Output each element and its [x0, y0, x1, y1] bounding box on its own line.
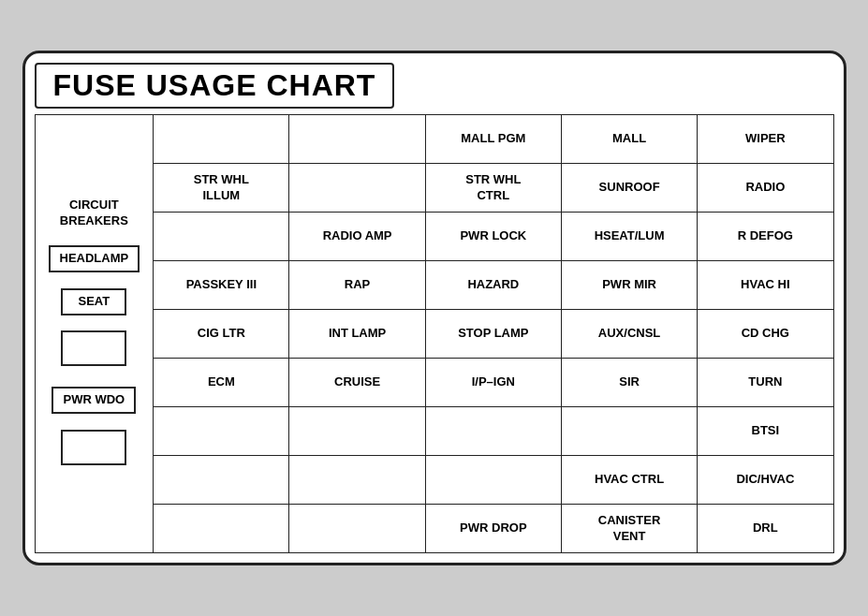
table-row: STR WHLILLUM STR WHLCTRL SUNROOF RADIO: [35, 164, 833, 213]
cell-r9-c4: PWR DROP: [425, 505, 561, 553]
cell-r8-c4: [425, 456, 561, 505]
cell-r7-c6: BTSI: [698, 407, 833, 456]
table-row: HVAC CTRL DIC/HVAC: [35, 456, 833, 505]
cell-r6-c6: TURN: [698, 359, 833, 407]
table-row: CIG LTR INT LAMP STOP LAMP AUX/CNSL CD C…: [35, 310, 833, 359]
cell-r1-c5: MALL: [561, 115, 697, 164]
table-row: PASSKEY III RAP HAZARD PWR MIR HVAC HI: [35, 261, 833, 310]
cell-r6-c2: ECM: [154, 359, 289, 407]
cell-r2-c4: STR WHLCTRL: [425, 164, 561, 213]
cell-r5-c4: STOP LAMP: [425, 310, 561, 359]
chart-title: FUSE USAGE CHART: [35, 63, 395, 109]
cell-r9-c2: [154, 505, 289, 553]
table-row: PWR DROP CANISTERVENT DRL: [35, 505, 833, 553]
cell-r4-c3: RAP: [289, 261, 425, 310]
cell-r1-c3: [289, 115, 425, 164]
cell-r5-c3: INT LAMP: [289, 310, 425, 359]
cell-r4-c4: HAZARD: [425, 261, 561, 310]
cell-r3-c5: HSEAT/LUM: [561, 213, 697, 261]
cb-title: CIRCUITBREAKERS: [38, 198, 151, 229]
cell-r1-c6: WIPER: [698, 115, 833, 164]
cell-r8-c6: DIC/HVAC: [698, 456, 833, 505]
cell-r9-c3: [289, 505, 425, 553]
cb-headlamp: HEADLAMP: [49, 245, 140, 272]
fuse-table: CIRCUITBREAKERS HEADLAMP SEAT PWR WDO MA…: [35, 114, 834, 553]
cell-r3-c6: R DEFOG: [698, 213, 833, 261]
cb-empty2: [61, 430, 126, 465]
chart-container: FUSE USAGE CHART CIRCUITBREAKERS HEADLAM…: [22, 51, 846, 565]
cell-r3-c4: PWR LOCK: [425, 213, 561, 261]
cell-r4-c5: PWR MIR: [561, 261, 697, 310]
table-row: ECM CRUISE I/P–IGN SIR TURN: [35, 359, 833, 407]
cell-r2-c6: RADIO: [698, 164, 833, 213]
cell-r5-c2: CIG LTR: [154, 310, 289, 359]
cell-r2-c3: [289, 164, 425, 213]
cb-empty1: [61, 330, 126, 366]
cell-r5-c6: CD CHG: [698, 310, 833, 359]
cell-r1-c4: MALL PGM: [425, 115, 561, 164]
cb-column: CIRCUITBREAKERS HEADLAMP SEAT PWR WDO: [35, 115, 154, 553]
cell-r6-c5: SIR: [561, 359, 697, 407]
cell-r7-c3: [289, 407, 425, 456]
cell-r8-c3: [289, 456, 425, 505]
table-row: CIRCUITBREAKERS HEADLAMP SEAT PWR WDO MA…: [35, 115, 833, 164]
cell-r5-c5: AUX/CNSL: [561, 310, 697, 359]
cell-r6-c3: CRUISE: [289, 359, 425, 407]
cell-r7-c5: [561, 407, 697, 456]
cell-r8-c5: HVAC CTRL: [561, 456, 697, 505]
cell-r8-c2: [154, 456, 289, 505]
table-row: BTSI: [35, 407, 833, 456]
cb-seat: SEAT: [61, 288, 126, 315]
cell-r2-c2: STR WHLILLUM: [154, 164, 289, 213]
cell-r7-c4: [425, 407, 561, 456]
cb-pwrwdo: PWR WDO: [51, 387, 136, 414]
cell-r4-c6: HVAC HI: [698, 261, 833, 310]
cell-r4-c2: PASSKEY III: [154, 261, 289, 310]
cell-r1-c2: [154, 115, 289, 164]
cell-r2-c5: SUNROOF: [561, 164, 697, 213]
cell-r3-c2: [154, 213, 289, 261]
cell-r9-c5: CANISTERVENT: [561, 505, 697, 553]
cell-r6-c4: I/P–IGN: [425, 359, 561, 407]
cell-r3-c3: RADIO AMP: [289, 213, 425, 261]
table-row: RADIO AMP PWR LOCK HSEAT/LUM R DEFOG: [35, 213, 833, 261]
cell-r7-c2: [154, 407, 289, 456]
cell-r9-c6: DRL: [698, 505, 833, 553]
